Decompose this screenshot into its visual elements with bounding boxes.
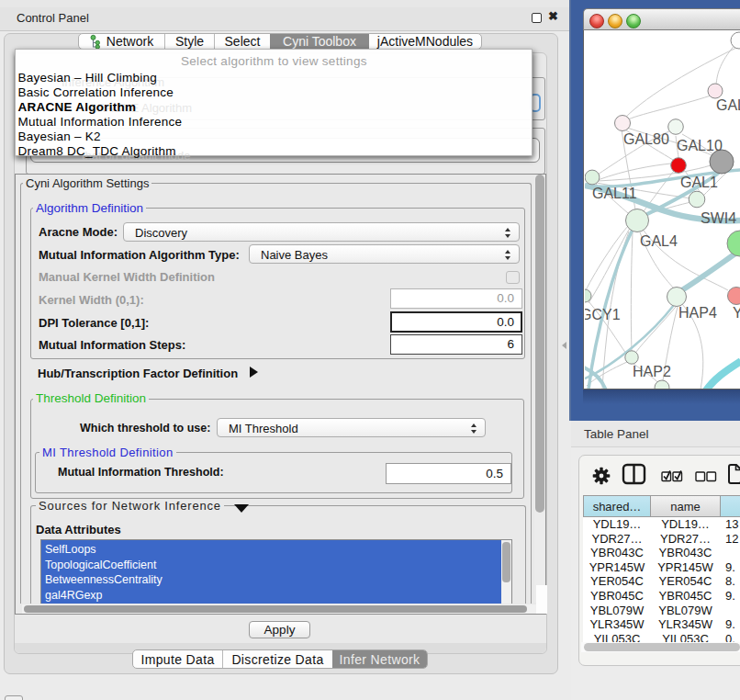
svg-text:GCY1: GCY1 bbox=[585, 307, 621, 322]
svg-text:GAL11: GAL11 bbox=[592, 186, 637, 201]
svg-text:HAP4: HAP4 bbox=[678, 305, 717, 321]
svg-text:SWI4: SWI4 bbox=[701, 210, 736, 226]
svg-text:Y: Y bbox=[733, 305, 740, 321]
svg-text:HAP2: HAP2 bbox=[633, 364, 671, 379]
svg-text:GAL4: GAL4 bbox=[640, 233, 678, 249]
svg-text:GAL1: GAL1 bbox=[680, 175, 718, 190]
svg-text:GAL10: GAL10 bbox=[677, 138, 723, 153]
svg-text:GAL80: GAL80 bbox=[623, 131, 669, 147]
svg-text:GAL: GAL bbox=[716, 97, 740, 113]
